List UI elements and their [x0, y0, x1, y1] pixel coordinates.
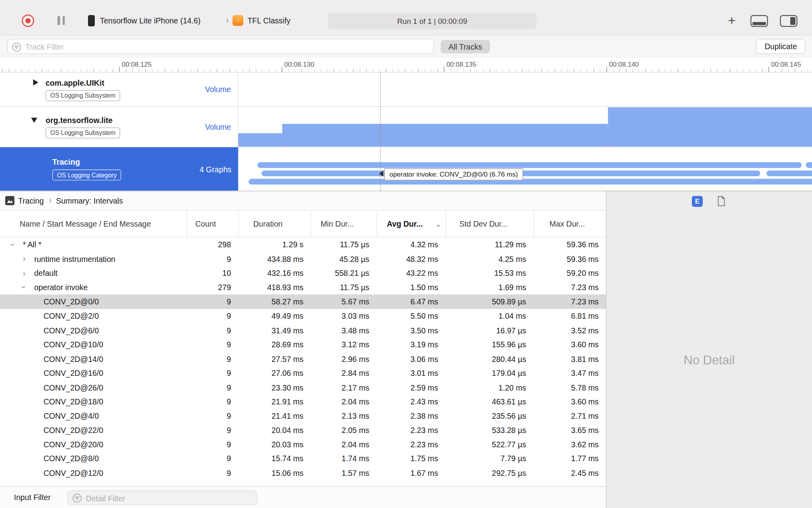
column-header-max[interactable]: Max Dur...: [533, 210, 606, 237]
table-row[interactable]: CONV_2D@12/0915.06 ms1.57 ms1.67 ms292.7…: [0, 466, 606, 480]
table-row[interactable]: CONV_2D@2/0949.49 ms3.03 ms5.50 ms1.04 m…: [0, 309, 606, 323]
target-name[interactable]: TFL Classify: [247, 16, 290, 25]
tooltip-arrow-icon: [379, 171, 383, 177]
row-avg: 2.23 ms: [377, 440, 446, 449]
filter-icon: [73, 493, 82, 503]
column-header-count[interactable]: Count: [186, 210, 238, 237]
table-row[interactable]: CONV_2D@10/0928.69 ms3.12 ms3.19 ms155.9…: [0, 337, 606, 352]
track-meta[interactable]: Volume: [205, 73, 231, 106]
add-instrument-button[interactable]: +: [725, 12, 739, 28]
table-row[interactable]: CONV_2D@20/0920.03 ms2.04 ms2.23 ms522.7…: [0, 437, 606, 452]
table-row[interactable]: CONV_2D@0/0958.27 ms5.67 ms6.47 ms509.89…: [0, 294, 606, 309]
track-lane[interactable]: [238, 107, 812, 147]
time-ruler[interactable]: 00:08.125 00:08.130 00:08.135 00:08.140 …: [0, 58, 812, 73]
row-count: 9: [186, 354, 238, 363]
row-max: 3.65 ms: [533, 426, 606, 435]
row-duration: 432.16 ms: [238, 269, 311, 277]
table-row[interactable]: ›operator invoke279418.93 ms11.75 µs1.50…: [0, 280, 606, 294]
detail-filter-field[interactable]: [67, 491, 257, 505]
row-name: CONV_2D@0/0: [44, 297, 99, 306]
right-panel-toggle-icon[interactable]: [780, 15, 797, 27]
row-avg: 3.50 ms: [377, 326, 446, 335]
table-row[interactable]: CONV_2D@14/0927.57 ms2.96 ms3.06 ms280.4…: [0, 352, 606, 366]
column-header-min[interactable]: Min Dur...: [311, 210, 377, 237]
interval-bar[interactable]: [766, 171, 812, 176]
duplicate-button[interactable]: Duplicate: [756, 39, 805, 54]
breadcrumb-root[interactable]: Tracing: [18, 196, 44, 205]
row-min: 2.05 ms: [311, 426, 377, 435]
row-duration: 418.93 ms: [238, 283, 311, 292]
table-row[interactable]: CONV_2D@18/0921.91 ms2.04 ms2.43 ms463.6…: [0, 394, 606, 409]
volume-graph-segment: [282, 124, 608, 146]
row-name: CONV_2D@10/0: [44, 340, 103, 349]
table-header: Name / Start Message / End Message Count…: [0, 210, 606, 237]
table-row[interactable]: ›runtime instrumentation9434.88 ms45.28 …: [0, 252, 606, 266]
track-filter-field[interactable]: [7, 39, 434, 54]
record-button[interactable]: [22, 15, 34, 27]
row-duration: 20.03 ms: [238, 440, 311, 449]
chevron-right-icon[interactable]: ›: [23, 269, 25, 277]
row-min: 11.75 µs: [311, 240, 377, 249]
row-duration: 58.27 ms: [238, 297, 311, 306]
track-row-tensorflow[interactable]: org.tensorflow.lite OS Logging Subsystem…: [0, 107, 812, 147]
row-name-cell: CONV_2D@20/0: [0, 440, 186, 449]
track-header[interactable]: com.apple.UIKit OS Logging Subsystem Vol…: [0, 73, 238, 106]
row-name-cell: CONV_2D@6/0: [0, 326, 186, 335]
table-row[interactable]: ›* All *2981.29 s11.75 µs4.32 ms11.29 ms…: [0, 237, 606, 252]
table-row[interactable]: CONV_2D@8/0915.74 ms1.74 ms1.75 ms7.79 µ…: [0, 452, 606, 466]
table-row[interactable]: CONV_2D@22/0920.04 ms2.05 ms2.23 ms533.2…: [0, 423, 606, 437]
table-row[interactable]: CONV_2D@4/0921.41 ms2.13 ms2.38 ms235.56…: [0, 409, 606, 423]
column-header-duration[interactable]: Duration: [238, 210, 311, 237]
row-name-cell: CONV_2D@10/0: [0, 340, 186, 349]
track-lane[interactable]: [238, 147, 812, 191]
table-row[interactable]: ›default10432.16 ms558.21 µs43.22 ms15.5…: [0, 266, 606, 280]
pause-button[interactable]: [57, 16, 65, 25]
chevron-down-icon[interactable]: ›: [20, 286, 29, 289]
interval-bar[interactable]: [806, 162, 812, 168]
disclosure-down-icon[interactable]: [31, 117, 37, 123]
interval-bar[interactable]: [249, 179, 812, 185]
extended-detail-button[interactable]: E: [692, 196, 703, 207]
chevron-right-icon: ›: [49, 195, 52, 206]
table-row[interactable]: CONV_2D@16/0927.06 ms2.84 ms3.01 ms179.0…: [0, 366, 606, 380]
chevron-right-icon[interactable]: ›: [23, 255, 25, 263]
chevron-down-icon[interactable]: ›: [9, 243, 17, 246]
detail-filter-input[interactable]: [85, 491, 253, 505]
table-row[interactable]: CONV_2D@26/0923.30 ms2.17 ms2.59 ms1.20 …: [0, 380, 606, 394]
all-tracks-button[interactable]: All Tracks: [441, 40, 490, 54]
row-min: 45.28 µs: [311, 254, 377, 263]
bottom-panel-toggle-icon[interactable]: [751, 15, 768, 27]
row-duration: 27.57 ms: [238, 354, 311, 363]
device-name[interactable]: Tensorflow Lite iPhone (14.6): [100, 16, 201, 25]
interval-bar[interactable]: [257, 162, 802, 168]
row-min: 5.67 ms: [311, 297, 377, 306]
row-count: 9: [186, 383, 238, 392]
disclosure-right-icon[interactable]: [33, 79, 38, 85]
row-min: 3.12 ms: [311, 340, 377, 349]
document-icon[interactable]: [717, 196, 726, 206]
row-std: 533.28 µs: [445, 426, 533, 435]
column-header-name[interactable]: Name / Start Message / End Message: [0, 210, 186, 237]
track-filter-input[interactable]: [24, 40, 430, 54]
instruments-window: Tensorflow Lite iPhone (14.6) › ↑ TFL Cl…: [0, 0, 812, 508]
iphone-device-icon: [88, 15, 95, 27]
column-header-std[interactable]: Std Dev Dur...: [445, 210, 533, 237]
row-duration: 23.30 ms: [238, 383, 311, 392]
interval-tooltip: operator invoke: CONV_2D@0/0 (6.76 ms): [384, 168, 523, 180]
table-row[interactable]: CONV_2D@6/0931.49 ms3.48 ms3.50 ms16.97 …: [0, 323, 606, 337]
track-header[interactable]: Tracing OS Logging Category 4 Graphs: [0, 147, 238, 191]
track-header[interactable]: org.tensorflow.lite OS Logging Subsystem…: [0, 107, 238, 147]
sort-chevron-down-icon[interactable]: ⌄: [435, 219, 441, 228]
column-header-avg[interactable]: Avg Dur... ⌄: [377, 210, 446, 237]
track-meta[interactable]: Volume: [205, 107, 231, 147]
row-min: 2.04 ms: [311, 440, 377, 449]
row-avg: 4.32 ms: [377, 240, 446, 249]
track-meta[interactable]: 4 Graphs: [199, 147, 232, 191]
breadcrumb-leaf[interactable]: Summary: Intervals: [56, 196, 123, 205]
row-max: 3.47 ms: [533, 369, 606, 377]
track-row-uikit[interactable]: com.apple.UIKit OS Logging Subsystem Vol…: [0, 73, 812, 107]
row-std: 179.04 µs: [445, 369, 533, 377]
row-count: 9: [186, 297, 238, 306]
track-lane[interactable]: [238, 73, 812, 106]
row-name: default: [34, 269, 57, 277]
